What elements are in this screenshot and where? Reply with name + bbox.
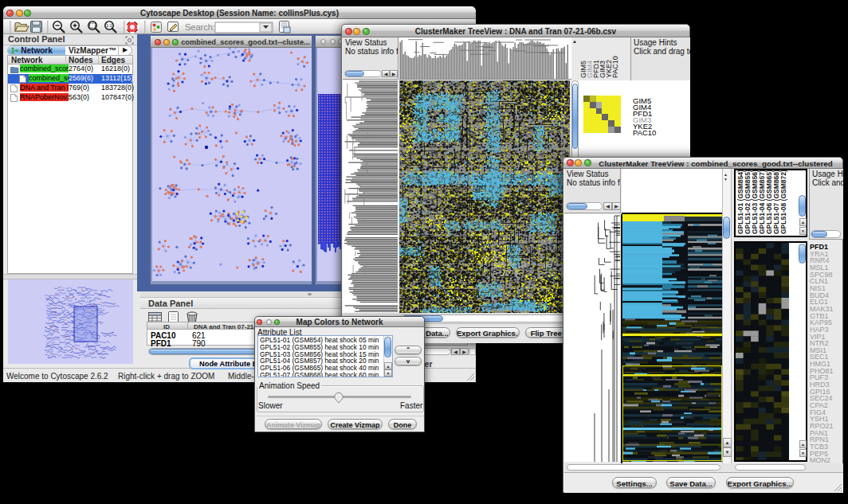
svg-text:Search:: Search:	[185, 22, 215, 32]
svg-text:PAC10: PAC10	[611, 56, 619, 78]
svg-text:GPL51-08 (GSM872): GPL51-08 (GSM872)	[779, 170, 787, 234]
svg-text:1:1: 1:1	[106, 23, 112, 28]
